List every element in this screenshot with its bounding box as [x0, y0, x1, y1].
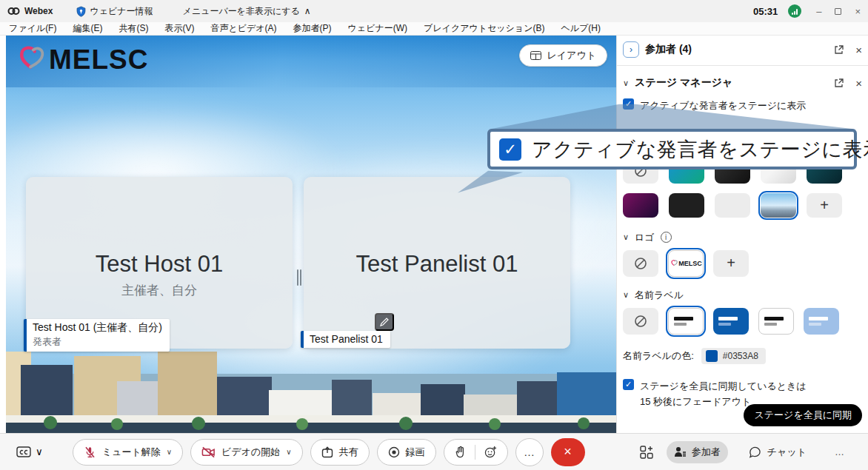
menu-audio-video[interactable]: 音声とビデオ(A) [210, 22, 276, 35]
menu-view[interactable]: 表示(V) [164, 22, 194, 35]
name-label-style-1-selected[interactable] [668, 308, 704, 335]
callout-checkbox: ✓ [499, 138, 521, 161]
mute-dropdown-icon[interactable]: ∨ [167, 448, 172, 456]
background-swatch-purple[interactable] [623, 193, 658, 218]
apps-button[interactable] [640, 446, 653, 459]
connection-quality-icon[interactable] [788, 4, 801, 18]
tile-resize-handle[interactable] [296, 265, 303, 290]
menu-help[interactable]: ヘルプ(H) [561, 22, 601, 35]
webex-window: Webex ウェビナー情報 メニューバーを非表示にする ∧ 05:31 – × … [0, 0, 868, 470]
window-maximize-button[interactable] [835, 8, 841, 15]
none-icon [634, 315, 647, 328]
logo-melsc-thumb-selected[interactable]: MELSC [668, 250, 704, 277]
more-panels-button[interactable]: … [827, 442, 852, 462]
color-chip [706, 350, 718, 362]
background-add-button[interactable]: + [807, 193, 842, 218]
layout-button[interactable]: レイアウト [519, 44, 607, 67]
layout-grid-icon [530, 51, 541, 60]
reactions-group [444, 439, 508, 466]
name-label-panelist: Test Panelist 01 [301, 331, 390, 348]
sync-fadeout-label-line1: ステージを全員に同期しているときは [640, 379, 807, 394]
none-icon [634, 257, 647, 270]
logo-info-icon[interactable]: i [661, 232, 672, 243]
menu-share[interactable]: 共有(S) [118, 22, 148, 35]
color-hex-value: #0353A8 [723, 351, 758, 361]
captions-dropdown-icon[interactable]: ∨ [36, 446, 43, 457]
background-swatch-black[interactable] [669, 193, 704, 218]
name-label-collapse-icon[interactable]: ∨ [623, 290, 629, 300]
participants-panel-title: 参加者 (4) [645, 43, 692, 56]
shield-icon [76, 6, 86, 17]
more-options-button[interactable]: … [515, 438, 544, 466]
background-swatch-gray[interactable] [715, 193, 750, 218]
record-icon [388, 446, 400, 458]
name-label-section-header: ∨ 名前ラベル [623, 289, 862, 302]
sync-fadeout-checkbox[interactable]: ✓ [623, 379, 634, 390]
apps-grid-icon [640, 446, 653, 459]
raise-hand-icon[interactable] [455, 446, 466, 458]
share-button[interactable]: 共有 [310, 439, 370, 466]
menu-file[interactable]: ファイル(F) [9, 22, 56, 35]
name-label-none-thumb[interactable] [623, 308, 658, 335]
stage-manager-collapse-icon[interactable]: ∨ [623, 78, 629, 88]
menu-webinar[interactable]: ウェビナー(W) [348, 22, 407, 35]
webinar-info-button[interactable]: ウェビナー情報 [76, 5, 153, 18]
video-dropdown-icon[interactable]: ∨ [286, 448, 291, 456]
name-label-style-2[interactable] [713, 308, 749, 335]
logo-thumb-row: MELSC + [621, 249, 864, 278]
side-panel: › 参加者 (4) × ∨ ステージ マネージャ × [616, 36, 868, 433]
meeting-timer: 05:31 [753, 6, 778, 17]
active-speaker-label: アクティブな発言者をステージに表示 [640, 98, 806, 113]
name-label-style-3[interactable] [758, 308, 794, 335]
tile-host-role: 主催者、自分 [26, 282, 293, 299]
logo-section-title: ロゴ [635, 231, 655, 244]
participants-expand-button[interactable]: › [623, 41, 639, 58]
logo-add-button[interactable]: + [713, 250, 749, 277]
participants-popout-icon[interactable] [834, 45, 844, 55]
sync-stage-button[interactable]: ステージを全員に同期 [744, 404, 862, 426]
video-tile-panelist[interactable]: Test Panelist 01 [304, 177, 570, 349]
captions-icon [16, 446, 31, 458]
start-video-button[interactable]: ビデオの開始 ∨ [190, 439, 303, 466]
tile-panelist-name: Test Panelist 01 [304, 251, 570, 278]
unmute-button[interactable]: ミュート解除 ∨ [73, 439, 183, 466]
stage-manager-header: ∨ ステージ マネージャ × [621, 69, 864, 97]
menu-participants[interactable]: 参加者(P) [293, 22, 332, 35]
participants-close-icon[interactable]: × [855, 44, 862, 56]
chevron-up-icon: ∧ [304, 6, 311, 16]
zoom-callout: ✓ アクティブな発言者をステージに表示 [487, 129, 857, 169]
name-label-color-picker[interactable]: #0353A8 [701, 348, 766, 364]
chat-toggle-button[interactable]: チャット [741, 441, 814, 463]
stage-manager-close-icon[interactable]: × [855, 77, 862, 90]
menu-edit[interactable]: 編集(E) [73, 22, 102, 35]
active-speaker-checkbox[interactable]: ✓ [623, 98, 634, 110]
sync-fadeout-checkbox-row: ✓ ステージを全員に同期しているときは [621, 377, 864, 395]
participants-panel-header: › 参加者 (4) × [621, 36, 864, 64]
logo-none-thumb[interactable] [623, 250, 658, 277]
panel-divider [617, 65, 868, 66]
content-region: MELSC レイアウト Test Host 01 主催者、自分 Test Pan… [0, 36, 868, 433]
name-label-color-label: 名前ラベルの色: [623, 349, 694, 363]
edit-name-label-button[interactable] [375, 313, 394, 331]
participants-icon [674, 446, 686, 457]
name-label-style-4[interactable] [804, 308, 839, 335]
melsc-heart-icon [13, 43, 47, 77]
hide-menubar-button[interactable]: メニューバーを非表示にする ∧ [183, 5, 311, 18]
background-swatch-sky-selected[interactable] [761, 193, 796, 218]
captions-button[interactable]: ∨ [16, 446, 43, 458]
control-bar: ∨ ミュート解除 ∨ ビデオの開始 ∨ 共有 録画 [0, 433, 868, 470]
logo-collapse-icon[interactable]: ∨ [623, 232, 629, 242]
menu-breakout[interactable]: ブレイクアウトセッション(B) [424, 22, 544, 35]
window-close-button[interactable]: × [855, 7, 861, 16]
window-minimize-button[interactable]: – [816, 7, 821, 16]
melsc-heart-icon [670, 259, 678, 268]
stage-manager-popout-icon[interactable] [834, 78, 844, 88]
leave-meeting-button[interactable]: × [551, 438, 585, 466]
record-button[interactable]: 録画 [377, 439, 436, 466]
city-skyline-image [6, 352, 616, 433]
name-label-color-row: 名前ラベルの色: #0353A8 [623, 348, 862, 364]
webex-logo-icon [7, 7, 20, 16]
participants-toggle-button[interactable]: 参加者 [667, 441, 728, 463]
share-icon [321, 446, 333, 458]
reactions-smiley-icon[interactable] [484, 446, 497, 458]
